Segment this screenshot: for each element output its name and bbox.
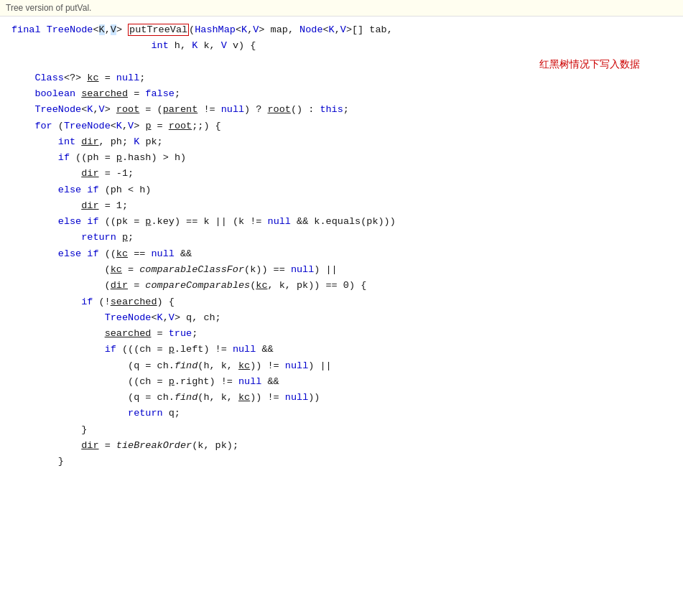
- code-line-if-not-searched: if (!searched) {: [0, 294, 683, 310]
- code-line-dir-compare: (dir = compareComparables(kc, k, pk)) ==…: [0, 278, 683, 294]
- code-line-close1: }: [0, 422, 683, 438]
- code-line-q-find1: (q = ch.find(h, k, kc)) != null) ||: [0, 358, 683, 374]
- code-line-else-kc: else if ((kc == null &&: [0, 246, 683, 262]
- code-line-treenode-q-ch: TreeNode<K,V> q, ch;: [0, 310, 683, 326]
- code-container: 红黑树情况下写入数据 final TreeNode<K,V> putTreeVa…: [0, 17, 683, 475]
- code-line-ch-right: ((ch = p.right) != null &&: [0, 374, 683, 390]
- code-line-comparable: (kc = comparableClassFor(k)) == null) ||: [0, 262, 683, 278]
- code-line-int-dir: int dir, ph; K pk;: [0, 134, 683, 150]
- code-line-for: for (TreeNode<K,V> p = root;;) {: [0, 118, 683, 134]
- code-line-searched-true: searched = true;: [0, 326, 683, 342]
- code-line-else-if-pk: else if ((pk = p.key) == k || (k != null…: [0, 214, 683, 230]
- code-line-close2: }: [0, 454, 683, 470]
- code-line-root: TreeNode<K,V> root = (parent != null) ? …: [0, 102, 683, 118]
- code-line-return-p: return p;: [0, 230, 683, 246]
- code-line-if-ch-left: if (((ch = p.left) != null &&: [0, 342, 683, 358]
- code-line-dir-tiebreak: dir = tieBreakOrder(k, pk);: [0, 438, 683, 454]
- code-line-1: final TreeNode<K,V> putTreeVal(HashMap<K…: [0, 22, 683, 38]
- code-line-if-ph: if ((ph = p.hash) > h): [0, 150, 683, 166]
- code-line-dir-1: dir = 1;: [0, 198, 683, 214]
- header-text: Tree version of putVal.: [6, 3, 91, 13]
- code-line-boolean-searched: boolean searched = false;: [0, 86, 683, 102]
- code-line-2: int h, K k, V v) {: [0, 38, 683, 54]
- code-line-else-if-ph: else if (ph < h): [0, 182, 683, 198]
- code-line-class-kc: Class<?> kc = null;: [0, 70, 683, 86]
- code-line-dir-neg1: dir = -1;: [0, 166, 683, 182]
- code-line-3: [0, 55, 683, 70]
- code-line-q-find2: (q = ch.find(h, k, kc)) != null)): [0, 390, 683, 406]
- code-line-return-q: return q;: [0, 406, 683, 421]
- header-bar: Tree version of putVal.: [0, 0, 683, 17]
